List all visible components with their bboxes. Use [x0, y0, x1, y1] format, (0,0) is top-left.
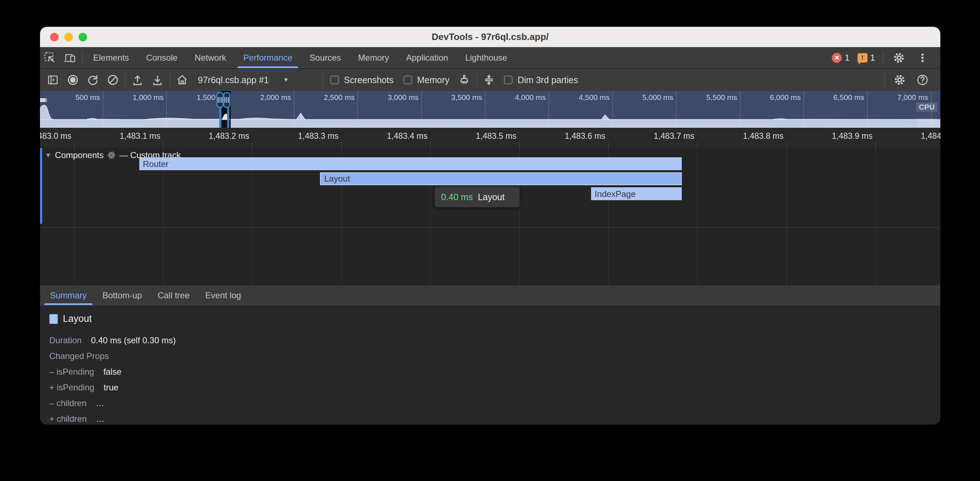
ruler-tick-mark: [608, 142, 609, 148]
chevron-expand-icon[interactable]: ▼: [45, 152, 51, 159]
minimize-window-button[interactable]: [64, 33, 73, 41]
shrink-rows-icon[interactable]: [479, 71, 499, 89]
capture-settings-gear-icon[interactable]: [889, 71, 910, 89]
tab-performance[interactable]: Performance: [235, 47, 301, 68]
issues-badge[interactable]: ! 1: [855, 53, 877, 63]
device-toolbar-icon[interactable]: [60, 49, 80, 67]
tab-lighthouse[interactable]: Lighthouse: [457, 47, 516, 68]
tab-sources[interactable]: Sources: [301, 47, 350, 68]
checkbox-box: [404, 76, 412, 84]
download-profile-icon[interactable]: [148, 71, 167, 89]
event-tooltip: 0.40 ms Layout: [434, 187, 520, 207]
summary-row-value: false: [103, 367, 121, 377]
upload-profile-icon[interactable]: [127, 71, 148, 89]
trace-start-marker: [40, 98, 47, 102]
devtools-window: DevTools - 97r6ql.csb.app/ ElementsConso…: [40, 27, 940, 425]
tab-network[interactable]: Network: [186, 47, 235, 68]
overview-tick-label: 7,000 ms: [850, 93, 928, 102]
chevron-down-icon: ▼: [283, 77, 289, 83]
screenshots-checkbox[interactable]: Screenshots: [325, 75, 399, 85]
ruler-tick-label: 1,483.8 ms: [708, 131, 784, 141]
ruler-tick-mark: [341, 142, 342, 148]
toggle-sidebar-icon[interactable]: [43, 71, 63, 89]
tab-elements[interactable]: Elements: [84, 47, 137, 68]
divider: [323, 74, 323, 86]
ruler-tick-mark: [786, 142, 787, 148]
ruler-tick-label: 1,483.7 ms: [619, 131, 694, 141]
dim-3rd-parties-checkbox[interactable]: Dim 3rd parties: [499, 75, 583, 85]
collect-garbage-icon[interactable]: [454, 71, 474, 89]
ruler-tick-label: 1,483.9 ms: [797, 131, 872, 141]
ruler-tick-label: 1,483.4 ms: [352, 131, 428, 141]
flame-bar-router[interactable]: Router: [139, 157, 682, 170]
help-icon[interactable]: [913, 71, 932, 89]
memory-checkbox[interactable]: Memory: [399, 75, 454, 85]
zoom-window-button[interactable]: [79, 33, 87, 41]
ruler-tick-label: 1,484.0 ms: [886, 131, 940, 141]
tooltip-duration: 0.40 ms: [441, 192, 473, 202]
timeline-overview[interactable]: 500 ms1,000 ms1,500 ms2,000 ms2,500 ms3,…: [40, 91, 940, 128]
ruler-tick-mark: [74, 142, 75, 148]
summary-row: Changed Props: [49, 348, 176, 364]
checkbox-box: [330, 76, 339, 84]
flame-chart[interactable]: ▼ Components — Custom track RouterLayout…: [40, 148, 940, 286]
home-icon[interactable]: [172, 71, 192, 89]
event-color-swatch: [49, 314, 58, 324]
inspect-element-icon[interactable]: [40, 49, 60, 67]
close-window-button[interactable]: [50, 33, 59, 41]
issue-icon: !: [858, 53, 867, 62]
reload-record-icon[interactable]: [83, 71, 103, 89]
record-icon[interactable]: [63, 71, 83, 89]
tab-summary[interactable]: Summary: [42, 286, 95, 305]
summary-row: – children…: [49, 395, 176, 411]
tab-memory[interactable]: Memory: [350, 47, 398, 68]
cpu-lane-label: CPU: [916, 102, 937, 112]
summary-title: Layout: [63, 313, 92, 324]
summary-row-key: Changed Props: [49, 351, 109, 361]
memory-label: Memory: [417, 75, 449, 85]
summary-row-value: 0.40 ms (self 0.30 ms): [91, 335, 176, 345]
tab-application[interactable]: Application: [398, 47, 457, 68]
titlebar: DevTools - 97r6ql.csb.app/: [40, 27, 940, 47]
track-title: Components: [55, 150, 103, 160]
target-selector-dropdown[interactable]: 97r6ql.csb.app #1 ▼: [192, 75, 321, 85]
clear-icon[interactable]: [103, 71, 123, 89]
summary-row-key: Duration: [49, 335, 82, 345]
summary-panel: Layout Duration0.40 ms (self 0.30 ms)Cha…: [40, 305, 940, 425]
summary-row-value: true: [103, 383, 118, 392]
summary-header: Layout: [49, 313, 92, 324]
summary-row-key: + isPending: [49, 383, 94, 392]
tab-console[interactable]: Console: [137, 47, 186, 68]
more-options-icon[interactable]: [913, 49, 932, 67]
divider: [883, 52, 883, 64]
tab-bottom-up[interactable]: Bottom-up: [95, 286, 150, 305]
selection-left-handle[interactable]: [216, 92, 224, 108]
flame-gridline: [697, 148, 697, 286]
ruler-tick-label: 1,483.1 ms: [84, 131, 161, 141]
divider: [884, 74, 885, 86]
ruler-tick-mark: [430, 142, 431, 148]
selection-right-handle[interactable]: [223, 92, 231, 108]
track-divider: [40, 227, 940, 228]
ruler-tick-mark: [252, 142, 253, 148]
summary-row-key: – isPending: [49, 367, 94, 377]
console-errors-badge[interactable]: ✕ 1: [830, 53, 851, 63]
ruler-tick-mark: [519, 142, 520, 148]
screenshots-label: Screenshots: [344, 75, 394, 85]
settings-gear-icon[interactable]: [889, 49, 909, 67]
track-focus-stripe: [40, 148, 42, 224]
error-icon: ✕: [832, 53, 842, 63]
tab-event-log[interactable]: Event log: [197, 286, 249, 305]
net-lane-label: NET: [917, 118, 937, 127]
summary-rows: Duration0.40 ms (self 0.30 ms)Changed Pr…: [49, 333, 176, 425]
details-tabbar: SummaryBottom-upCall treeEvent log: [40, 286, 940, 305]
flame-gridline: [786, 148, 787, 286]
ruler-tick-label: 1,483.2 ms: [173, 131, 249, 141]
flame-gridline: [74, 148, 75, 286]
flame-bar-layout[interactable]: Layout: [320, 172, 682, 185]
window-title: DevTools - 97r6ql.csb.app/: [40, 32, 940, 43]
tooltip-label: Layout: [478, 192, 504, 202]
summary-row-value: …: [96, 414, 105, 424]
tab-call-tree[interactable]: Call tree: [150, 286, 197, 305]
flame-bar-indexpage[interactable]: IndexPage: [591, 187, 682, 200]
